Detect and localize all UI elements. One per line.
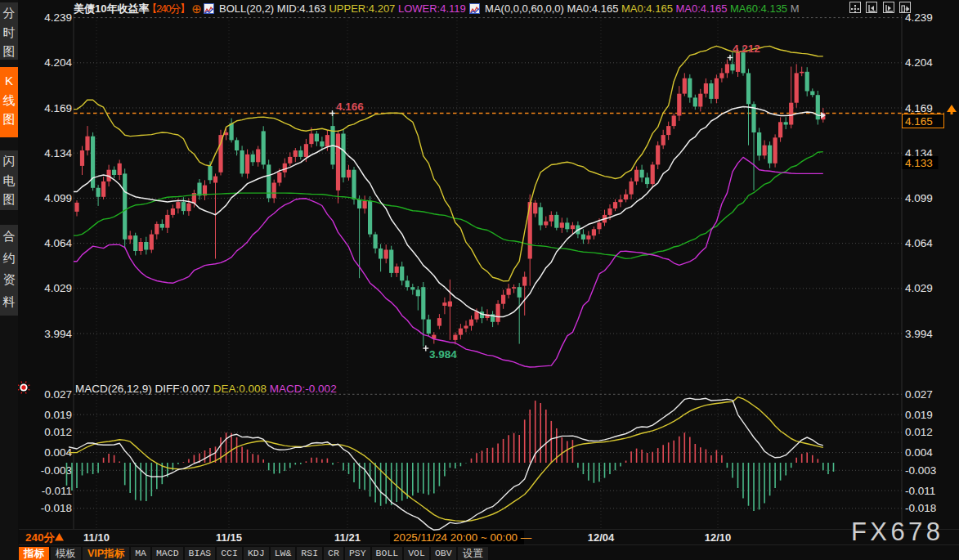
svg-text:4.169: 4.169 [44, 102, 72, 114]
svg-text:-0.018: -0.018 [905, 502, 936, 514]
svg-text:3.984: 3.984 [429, 348, 457, 361]
svg-text:4.029: 4.029 [905, 282, 933, 294]
svg-text:240分: 240分 [25, 531, 56, 544]
svg-text:4.134: 4.134 [44, 147, 72, 159]
svg-text:0.019: 0.019 [905, 409, 933, 421]
svg-text:12/04: 12/04 [588, 531, 615, 544]
svg-text:0.012: 0.012 [44, 426, 72, 438]
svg-text:0.019: 0.019 [44, 409, 72, 421]
svg-text:11/10: 11/10 [83, 531, 110, 544]
svg-text:4.165: 4.165 [905, 115, 933, 128]
svg-text:3.994: 3.994 [905, 328, 933, 340]
svg-text:0.012: 0.012 [905, 426, 933, 438]
svg-text:0.004: 0.004 [905, 446, 933, 459]
svg-text:12/10: 12/10 [705, 531, 732, 544]
svg-text:4.099: 4.099 [44, 192, 72, 204]
svg-text:4.064: 4.064 [905, 237, 933, 249]
svg-text:FX678: FX678 [851, 517, 943, 546]
svg-text:4.169: 4.169 [905, 102, 933, 114]
svg-text:4.099: 4.099 [905, 192, 933, 204]
svg-text:3.994: 3.994 [44, 328, 72, 340]
svg-text:-0.011: -0.011 [42, 485, 72, 497]
svg-text:MACD(26,12,9) DIFF:0.007 DEA:0: MACD(26,12,9) DIFF:0.007 DEA:0.008 MACD:… [75, 383, 337, 395]
svg-text:0.004: 0.004 [44, 446, 72, 459]
svg-text:4.204: 4.204 [905, 56, 933, 69]
svg-text:4.212: 4.212 [733, 43, 760, 55]
svg-text:4.239: 4.239 [44, 11, 72, 24]
svg-text:11/21: 11/21 [334, 531, 361, 544]
svg-text:4.166: 4.166 [336, 101, 364, 113]
svg-text:11/15: 11/15 [216, 531, 242, 544]
svg-text:0.027: 0.027 [44, 388, 72, 401]
svg-text:-0.018: -0.018 [41, 502, 72, 514]
svg-text:-0.003: -0.003 [905, 464, 936, 477]
svg-text:2025/11/24 20:00 ~ 00:00 —: 2025/11/24 20:00 ~ 00:00 — [393, 531, 532, 544]
svg-text:4.029: 4.029 [44, 282, 72, 294]
svg-text:0.027: 0.027 [905, 388, 933, 401]
svg-text:4.064: 4.064 [44, 237, 72, 249]
svg-text:4.204: 4.204 [44, 56, 72, 69]
svg-text:4.133: 4.133 [905, 157, 933, 169]
svg-text:-0.011: -0.011 [905, 485, 935, 497]
